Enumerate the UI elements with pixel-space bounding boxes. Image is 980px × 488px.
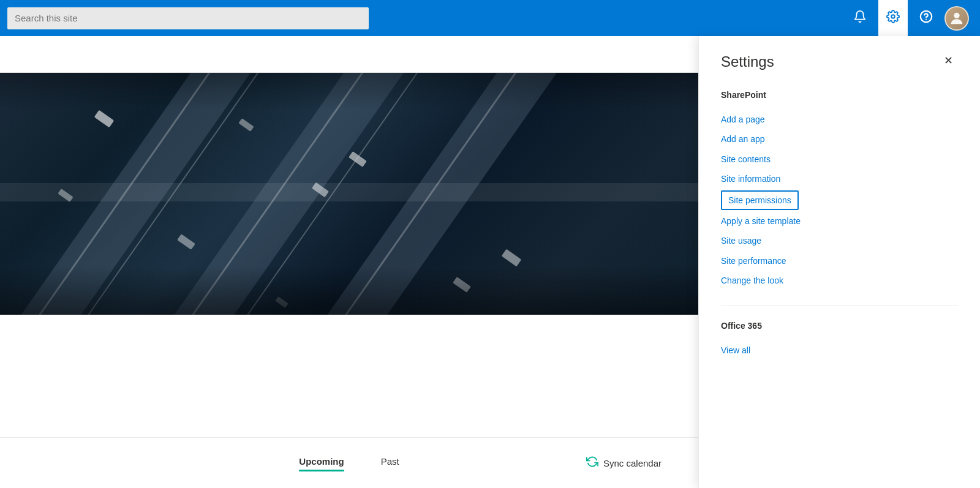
top-bar bbox=[0, 0, 980, 36]
tab-upcoming-underline bbox=[299, 470, 344, 471]
notifications-icon bbox=[853, 10, 867, 26]
link-site-contents[interactable]: Site contents bbox=[721, 149, 958, 169]
settings-panel: Settings ✕ SharePoint Add a page Add an … bbox=[698, 36, 980, 488]
office365-heading: Office 365 bbox=[721, 321, 958, 331]
svg-point-3 bbox=[954, 12, 959, 18]
link-change-look[interactable]: Change the look bbox=[721, 271, 958, 290]
help-icon bbox=[919, 10, 933, 26]
tab-upcoming-label: Upcoming bbox=[299, 456, 344, 467]
user-avatar[interactable] bbox=[944, 6, 969, 31]
tab-past-label: Past bbox=[381, 456, 399, 467]
sync-calendar-button[interactable]: Sync calendar bbox=[586, 456, 662, 471]
bottom-tabs: Upcoming Past Sync calendar bbox=[0, 437, 698, 488]
link-apply-site-template[interactable]: Apply a site template bbox=[721, 211, 958, 231]
help-button[interactable] bbox=[911, 0, 941, 36]
tab-upcoming[interactable]: Upcoming bbox=[299, 456, 344, 470]
search-input[interactable] bbox=[7, 7, 369, 29]
close-icon: ✕ bbox=[944, 54, 953, 67]
page-nav bbox=[0, 36, 698, 73]
sync-icon bbox=[586, 456, 598, 471]
link-site-usage[interactable]: Site usage bbox=[721, 231, 958, 250]
notifications-button[interactable] bbox=[845, 0, 875, 36]
link-view-all[interactable]: View all bbox=[721, 340, 958, 360]
avatar-image bbox=[946, 7, 968, 30]
close-button[interactable]: ✕ bbox=[938, 51, 958, 70]
svg-point-0 bbox=[891, 15, 895, 18]
tab-past[interactable]: Past bbox=[381, 456, 399, 470]
hero-image bbox=[0, 73, 698, 315]
link-site-information[interactable]: Site information bbox=[721, 169, 958, 189]
top-bar-icons bbox=[845, 0, 973, 36]
panel-header: Settings ✕ bbox=[721, 53, 958, 70]
sync-calendar-label: Sync calendar bbox=[603, 458, 662, 468]
panel-divider bbox=[721, 306, 958, 306]
link-add-page[interactable]: Add a page bbox=[721, 110, 958, 129]
sharepoint-heading: SharePoint bbox=[721, 90, 958, 100]
panel-title: Settings bbox=[721, 53, 774, 70]
link-site-performance[interactable]: Site performance bbox=[721, 251, 958, 271]
link-add-app[interactable]: Add an app bbox=[721, 129, 958, 149]
link-site-permissions[interactable]: Site permissions bbox=[721, 190, 799, 210]
main-content: Upcoming Past Sync calendar bbox=[0, 36, 698, 488]
settings-icon bbox=[886, 10, 900, 26]
sharepoint-section: SharePoint Add a page Add an app Site co… bbox=[721, 90, 958, 291]
settings-button[interactable] bbox=[878, 0, 908, 36]
office365-section: Office 365 View all bbox=[721, 321, 958, 360]
